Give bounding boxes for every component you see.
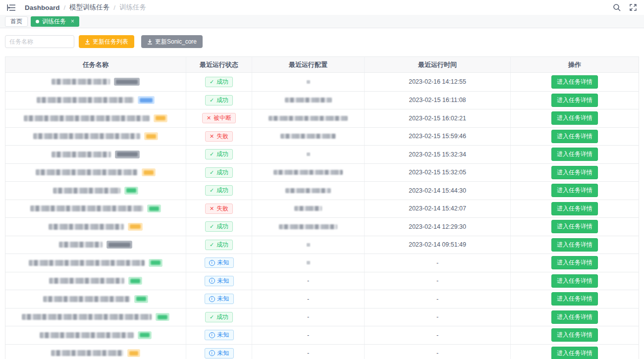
enter-task-detail-button[interactable]: 进入任务详情 [551, 75, 598, 89]
task-name-cell [5, 308, 186, 326]
status-icon: ✕ [210, 206, 214, 211]
enter-task-detail-button[interactable]: 进入任务详情 [551, 220, 598, 233]
tab-home[interactable]: 首页 [5, 16, 28, 27]
action-cell: 进入任务详情 [511, 345, 639, 359]
task-tag-redacted [129, 351, 138, 356]
task-name-redacted [43, 296, 130, 302]
action-cell: 进入任务详情 [511, 128, 639, 146]
status-cell: i 未知 [186, 272, 252, 290]
run-time-value: 2023-02-15 15:32:05 [409, 169, 466, 176]
enter-task-detail-button[interactable]: 进入任务详情 [551, 256, 598, 269]
task-name-search-input[interactable] [5, 35, 74, 48]
task-tag-redacted [151, 260, 161, 265]
config-cell [252, 92, 365, 109]
enter-task-detail-button[interactable]: 进入任务详情 [551, 166, 598, 179]
table-row: ✓ 成功 2023-02-14 09:51:49 进入任务详情 [5, 236, 639, 254]
run-time-cell: 2023-02-14 09:51:49 [365, 236, 511, 254]
run-time-value: 2023-02-14 15:44:30 [409, 187, 466, 194]
status-cell: ✓ 成功 [186, 146, 252, 163]
menu-fold-icon[interactable] [7, 4, 16, 11]
enter-task-detail-button[interactable]: 进入任务详情 [551, 292, 598, 306]
enter-task-detail-button[interactable]: 进入任务详情 [551, 130, 598, 143]
task-name-cell [5, 182, 186, 200]
config-cell: - [252, 308, 365, 326]
run-time-value: - [436, 313, 438, 320]
status-icon: i [209, 278, 215, 284]
status-label: 成功 [216, 168, 228, 177]
download-icon [147, 39, 153, 45]
task-name-redacted [24, 115, 150, 121]
update-task-list-button[interactable]: 更新任务列表 [79, 35, 134, 48]
run-time-cell: 2023-02-15 16:02:21 [365, 109, 511, 127]
run-time-cell: - [365, 326, 511, 344]
status-icon: ✓ [210, 242, 214, 248]
task-tag [107, 241, 132, 249]
status-cell: ✓ 成功 [186, 182, 252, 200]
task-tag-redacted [116, 80, 138, 84]
task-tag-redacted [117, 152, 138, 156]
task-name-redacted [53, 188, 120, 194]
status-icon: ✓ [210, 188, 214, 193]
config-cell: - [252, 345, 365, 359]
task-name-cell [5, 73, 186, 91]
breadcrumb-model-training[interactable]: 模型训练任务 [69, 3, 109, 12]
run-time-cell: 2023-02-16 14:12:55 [365, 73, 511, 91]
status-badge: i 未知 [205, 348, 234, 359]
config-cell: - [252, 326, 365, 344]
table-row: ✓ 成功 2023-02-15 15:32:34 进入任务详情 [5, 145, 639, 163]
task-tag-redacted [130, 224, 141, 229]
task-tag-redacted [140, 98, 153, 103]
table-row: ✓ 成功 2023-02-16 14:12:55 进入任务详情 [5, 73, 639, 91]
tab-training-tasks[interactable]: 训练任务 × [31, 16, 79, 27]
run-time-cell: 2023-02-14 15:44:30 [365, 182, 511, 200]
enter-task-detail-button[interactable]: 进入任务详情 [551, 94, 598, 107]
task-tag [138, 331, 152, 339]
config-redacted-dot [307, 261, 310, 264]
status-badge: ✓ 成功 [205, 221, 233, 232]
enter-task-detail-button[interactable]: 进入任务详情 [551, 328, 598, 342]
config-empty: - [307, 277, 309, 284]
tab-close-icon[interactable]: × [71, 18, 74, 25]
topbar-actions [613, 3, 637, 12]
enter-task-detail-button[interactable]: 进入任务详情 [551, 238, 598, 252]
run-time-cell: - [365, 345, 511, 359]
task-tag [149, 259, 162, 267]
breadcrumb-separator: / [64, 4, 66, 11]
status-label: 未知 [217, 349, 229, 358]
update-sonic-core-button[interactable]: 更新Sonic_core [141, 35, 203, 48]
column-task-name: 任务名称 [5, 57, 186, 72]
search-icon[interactable] [613, 3, 621, 12]
task-name-redacted [22, 314, 152, 320]
task-tag [115, 151, 140, 158]
run-time-value: 2023-02-16 14:12:55 [409, 78, 466, 85]
enter-task-detail-button[interactable]: 进入任务详情 [551, 347, 598, 359]
task-name-redacted [37, 97, 134, 103]
task-name-redacted [52, 152, 111, 157]
status-badge: ✕ 失败 [205, 131, 233, 142]
config-cell [252, 218, 365, 236]
table-row: i 未知 - - 进入任务详情 [5, 326, 639, 344]
enter-task-detail-button[interactable]: 进入任务详情 [551, 202, 598, 215]
breadcrumb-dashboard[interactable]: Dashboard [25, 4, 60, 11]
task-tag [142, 168, 156, 176]
task-name-redacted [51, 350, 123, 356]
status-icon: i [209, 350, 215, 356]
enter-task-detail-button[interactable]: 进入任务详情 [551, 310, 598, 324]
enter-task-detail-button[interactable]: 进入任务详情 [551, 184, 598, 197]
enter-task-detail-button[interactable]: 进入任务详情 [551, 111, 598, 125]
enter-task-detail-button[interactable]: 进入任务详情 [551, 274, 598, 288]
open-tabs-bar: 首页 训练任务 × [0, 15, 644, 28]
status-badge: ✓ 成功 [205, 77, 233, 87]
fullscreen-icon[interactable] [629, 3, 637, 11]
config-redacted-dot [307, 243, 310, 247]
action-cell: 进入任务详情 [511, 254, 639, 272]
action-cell: 进入任务详情 [511, 200, 639, 218]
enter-task-detail-button[interactable]: 进入任务详情 [551, 148, 598, 161]
column-run-config: 最近运行配置 [252, 57, 365, 72]
run-time-cell: - [365, 254, 511, 272]
task-name-cell [5, 290, 186, 308]
config-redacted [273, 170, 343, 175]
training-tasks-table: 任务名称 最近运行状态 最近运行配置 最近运行时间 操作 ✓ 成功 2023-0… [5, 56, 639, 359]
action-cell: 进入任务详情 [511, 92, 639, 109]
task-name-cell [5, 218, 186, 236]
